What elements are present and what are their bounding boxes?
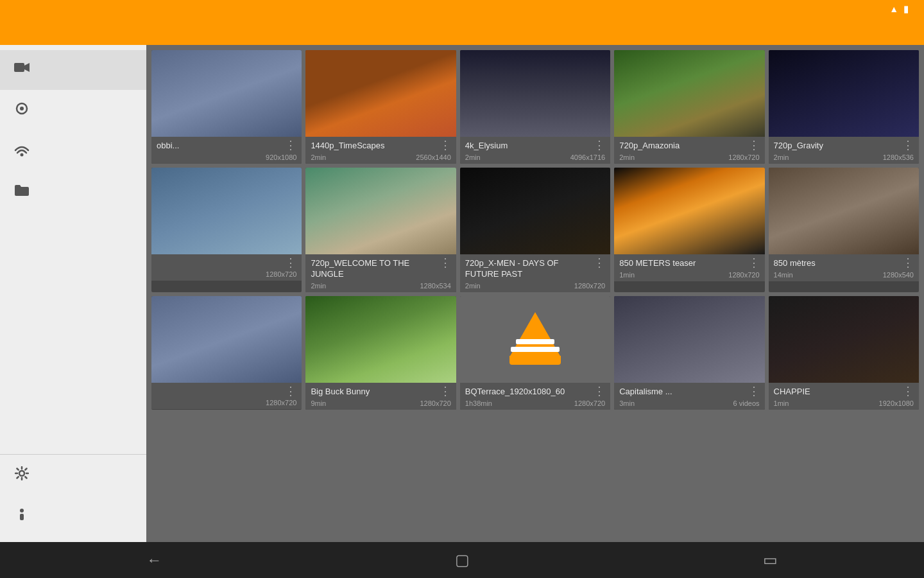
video-resolution-partial2: 1280x720 [266,270,296,278]
video-more-button-timescapes[interactable]: ⋮ [440,139,451,151]
sidebar-item-directories[interactable] [0,172,146,212]
video-duration-bqterrace: 1h38min [465,399,492,407]
video-card-buck[interactable]: Big Buck Bunny ⋮ 9min 1280x720 [305,296,456,410]
video-resolution-partial1: 920x1080 [266,153,296,161]
video-card-850metres[interactable]: 850 mètres ⋮ 14min 1280x540 [769,168,919,292]
video-thumb-bqterrace [460,296,610,383]
video-thumb-gravity [769,50,919,137]
video-more-button-partial3[interactable]: ⋮ [285,385,296,397]
video-info-capitalisme: Capitalisme ... ⋮ 3min 6 videos [614,383,764,410]
recent-nav-button[interactable]: ▭ [742,546,798,574]
video-resolution-chappie: 1920x1080 [879,399,914,407]
video-info-buck: Big Buck Bunny ⋮ 9min 1280x720 [305,383,456,410]
video-thumb-partial2 [151,168,302,254]
video-info-partial3: ⋮ 1280x720 [151,383,302,409]
video-resolution-buck: 1280x720 [420,399,450,407]
video-duration-chappie: 1min [774,399,789,407]
video-resolution-850meters: 1280x720 [728,271,759,279]
vlc-cone-icon [509,312,561,367]
video-card-chappie[interactable]: CHAPPIE ⋮ 1min 1920x1080 [769,296,919,410]
svg-point-3 [20,107,24,110]
video-card-elysium[interactable]: 4k_Elysium ⋮ 2min 4096x1716 [460,50,610,164]
video-more-button-partial1[interactable]: ⋮ [285,139,296,151]
sidebar-item-about[interactable] [0,496,146,537]
video-info-jungle: 720p_WELCOME TO THE JUNGLE ⋮ 2min 1280x5… [305,254,456,292]
video-thumb-partial3 [151,296,302,383]
sidebar-item-stream[interactable] [0,131,146,172]
battery-icon: ▮ [903,4,909,14]
audio-icon [13,101,31,119]
video-icon [13,62,31,78]
video-more-button-amazonia[interactable]: ⋮ [748,139,760,151]
video-title-elysium: 4k_Elysium [465,141,591,152]
video-thumb-partial1 [151,50,302,137]
video-thumb-amazonia [614,50,764,137]
video-card-jungle[interactable]: 720p_WELCOME TO THE JUNGLE ⋮ 2min 1280x5… [305,168,456,292]
video-info-chappie: CHAPPIE ⋮ 1min 1920x1080 [769,383,919,410]
video-title-850meters: 850 METERS teaser [619,258,745,269]
video-title-jungle: 720p_WELCOME TO THE JUNGLE [311,258,436,280]
video-card-partial1[interactable]: obbi... ⋮ 920x1080 [151,50,302,164]
video-resolution-timescapes: 2560x1440 [416,153,450,161]
video-card-capitalisme[interactable]: Capitalisme ... ⋮ 3min 6 videos [614,296,764,410]
video-card-timescapes[interactable]: 1440p_TimeScapes ⋮ 2min 2560x1440 [305,50,456,164]
video-duration-850metres: 14min [774,271,793,279]
video-info-gravity: 720p_Gravity ⋮ 2min 1280x536 [769,137,919,164]
video-duration-buck: 9min [311,399,326,407]
video-card-gravity[interactable]: 720p_Gravity ⋮ 2min 1280x536 [769,50,919,164]
video-card-partial3[interactable]: ⋮ 1280x720 [151,296,302,410]
svg-marker-1 [24,63,30,72]
video-card-xmen[interactable]: 720p_X-MEN - DAYS OF FUTURE PAST ⋮ 2min … [460,168,610,292]
svg-point-5 [19,471,24,476]
video-thumb-chappie [769,296,919,383]
video-info-partial1: obbi... ⋮ 920x1080 [151,137,302,164]
status-bar: ▲ ▮ [889,4,914,14]
back-nav-button[interactable]: ← [126,546,182,574]
video-more-button-elysium[interactable]: ⋮ [594,139,605,151]
content-area: obbi... ⋮ 920x1080 1440p_TimeScapes ⋮ 2m… [146,45,924,542]
video-title-capitalisme: Capitalisme ... [619,387,745,398]
bottom-nav: ← ▢ ▭ [0,542,924,578]
video-info-bqterrace: BQTerrace_1920x1080_60 ⋮ 1h38min 1280x72… [460,383,610,410]
video-title-buck: Big Buck Bunny [311,387,436,398]
video-resolution-jungle: 1280x534 [420,282,450,290]
stream-icon [13,143,31,161]
video-more-button-bqterrace[interactable]: ⋮ [594,385,605,397]
video-more-button-partial2[interactable]: ⋮ [285,257,296,268]
video-more-button-850meters[interactable]: ⋮ [748,257,760,268]
video-more-button-jungle[interactable]: ⋮ [440,257,451,268]
video-info-xmen: 720p_X-MEN - DAYS OF FUTURE PAST ⋮ 2min … [460,254,610,292]
video-resolution-bqterrace: 1280x720 [574,399,605,407]
home-nav-button[interactable]: ▢ [434,546,490,574]
video-title-bqterrace: BQTerrace_1920x1080_60 [465,387,591,398]
video-more-button-chappie[interactable]: ⋮ [902,385,914,397]
wifi-icon: ▲ [889,4,898,14]
sidebar [0,45,146,542]
sidebar-item-audio[interactable] [0,90,146,131]
video-card-partial2[interactable]: ⋮ 1280x720 [151,168,302,292]
video-thumb-xmen [460,168,610,254]
video-thumb-850metres [769,168,919,254]
sidebar-item-video[interactable] [0,50,146,90]
video-info-partial2: ⋮ 1280x720 [151,254,302,281]
sidebar-item-settings[interactable] [0,455,146,496]
video-title-timescapes: 1440p_TimeScapes [311,141,436,152]
video-more-button-buck[interactable]: ⋮ [440,385,451,397]
video-resolution-850metres: 1280x540 [883,271,914,279]
video-more-button-850metres[interactable]: ⋮ [902,257,914,268]
video-more-button-xmen[interactable]: ⋮ [594,257,605,268]
video-card-bqterrace[interactable]: BQTerrace_1920x1080_60 ⋮ 1h38min 1280x72… [460,296,610,410]
video-more-button-gravity[interactable]: ⋮ [902,139,914,151]
video-title-amazonia: 720p_Amazonia [619,141,745,152]
video-title-chappie: CHAPPIE [774,387,900,398]
video-thumb-elysium [460,50,610,137]
video-title-partial1: obbi... [157,141,282,152]
video-card-amazonia[interactable]: 720p_Amazonia ⋮ 2min 1280x720 [614,50,764,164]
video-more-button-capitalisme[interactable]: ⋮ [748,385,760,397]
video-duration-850meters: 1min [619,271,635,279]
video-thumb-850meters [614,168,764,254]
video-info-timescapes: 1440p_TimeScapes ⋮ 2min 2560x1440 [305,137,456,164]
video-card-850meters[interactable]: 850 METERS teaser ⋮ 1min 1280x720 [614,168,764,292]
video-info-850meters: 850 METERS teaser ⋮ 1min 1280x720 [614,254,764,281]
video-resolution-amazonia: 1280x720 [728,153,759,161]
